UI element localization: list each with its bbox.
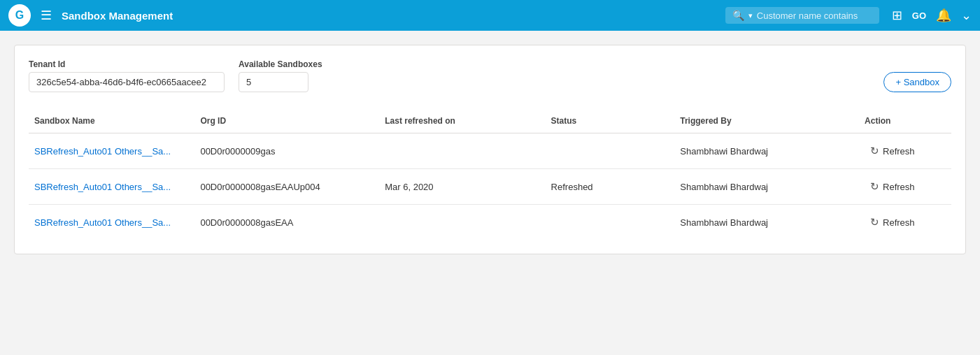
grid-icon[interactable]: ⊞ [892,8,902,23]
status-cell: Refreshed [546,169,675,205]
col-header-org-id: Org ID [194,109,379,133]
col-header-status: Status [546,109,675,133]
last-refreshed-cell [379,133,545,169]
nav-action-icons: ⊞ GO 🔔 ⌄ [892,8,972,23]
action-cell: ↻Refresh [859,169,951,205]
triggered-by-cell: Shambhawi Bhardwaj [674,205,859,240]
last-refreshed-cell [379,205,545,240]
search-input[interactable] [757,10,869,21]
refresh-button[interactable]: ↻Refresh [865,213,921,231]
bell-icon[interactable]: 🔔 [936,8,951,23]
app-title: Sandbox Management [62,10,173,22]
table-body: SBRefresh_Auto01 Others__Sa...00D0r00000… [29,133,951,240]
refresh-label: Refresh [883,146,915,157]
chevron-down-icon[interactable]: ⌄ [961,8,972,23]
available-sandboxes-input[interactable] [239,72,308,92]
tenant-id-group: Tenant Id [29,59,225,92]
refresh-button[interactable]: ↻Refresh [865,142,921,160]
sandbox-name-link[interactable]: SBRefresh_Auto01 Others__Sa... [34,146,171,157]
search-icon: 🔍 [732,10,744,21]
last-refreshed-cell: Mar 6, 2020 [379,169,545,205]
action-cell: ↻Refresh [859,205,951,240]
go-label[interactable]: GO [912,10,926,21]
refresh-icon: ↻ [870,216,879,229]
main-content: Tenant Id Available Sandboxes + Sandbox … [0,31,980,268]
col-header-sandbox-name: Sandbox Name [29,109,194,133]
tenant-row: Tenant Id Available Sandboxes + Sandbox [29,59,951,92]
refresh-label: Refresh [883,217,915,228]
col-header-triggered-by: Triggered By [674,109,859,133]
org-id-cell: 00D0r0000009gas [194,133,379,169]
triggered-by-cell: Shambhawi Bhardwaj [674,169,859,205]
table-row: SBRefresh_Auto01 Others__Sa...00D0r00000… [29,169,951,205]
org-id-cell: 00D0r0000008gasEAAUp004 [194,169,379,205]
refresh-button[interactable]: ↻Refresh [865,178,921,196]
top-nav: G ☰ Sandbox Management 🔍 ▾ ⊞ GO 🔔 ⌄ [0,0,980,31]
tenant-id-input[interactable] [29,72,225,92]
search-dropdown-icon[interactable]: ▾ [748,11,753,20]
col-header-last-refreshed: Last refreshed on [379,109,545,133]
table-header: Sandbox Name Org ID Last refreshed on St… [29,109,951,133]
sandbox-name-link[interactable]: SBRefresh_Auto01 Others__Sa... [34,182,171,192]
search-bar: 🔍 ▾ [725,7,879,24]
add-sandbox-button[interactable]: + Sandbox [883,72,951,92]
tenant-id-label: Tenant Id [29,59,225,69]
app-logo: G [8,4,31,27]
available-sandboxes-group: Available Sandboxes [239,59,322,92]
refresh-icon: ↻ [870,145,879,157]
status-cell [546,133,675,169]
table-row: SBRefresh_Auto01 Others__Sa...00D0r00000… [29,133,951,169]
sandbox-name-link[interactable]: SBRefresh_Auto01 Others__Sa... [34,217,171,228]
triggered-by-cell: Shambhawi Bhardwaj [674,133,859,169]
sandbox-table-wrapper: Sandbox Name Org ID Last refreshed on St… [29,109,951,240]
status-cell [546,205,675,240]
available-sandboxes-label: Available Sandboxes [239,59,322,69]
sandbox-card: Tenant Id Available Sandboxes + Sandbox … [14,45,966,254]
hamburger-icon[interactable]: ☰ [41,8,52,23]
action-cell: ↻Refresh [859,133,951,169]
org-id-cell: 00D0r0000008gasEAA [194,205,379,240]
refresh-label: Refresh [883,182,915,192]
table-row: SBRefresh_Auto01 Others__Sa...00D0r00000… [29,205,951,240]
col-header-action: Action [859,109,951,133]
refresh-icon: ↻ [870,180,879,193]
sandbox-table: Sandbox Name Org ID Last refreshed on St… [29,109,951,240]
